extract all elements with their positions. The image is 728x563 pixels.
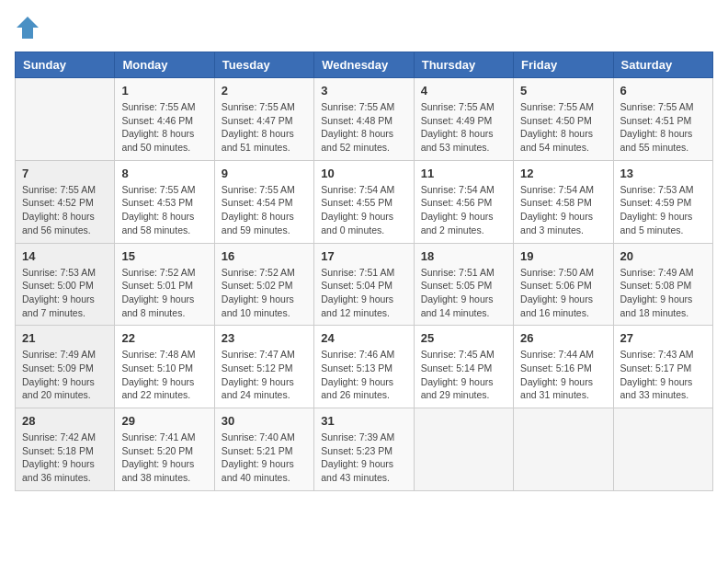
calendar-cell: 17Sunrise: 7:51 AM Sunset: 5:04 PM Dayli… <box>314 243 414 326</box>
day-info: Sunrise: 7:55 AM Sunset: 4:54 PM Dayligh… <box>222 183 307 237</box>
day-number: 12 <box>520 167 606 180</box>
header-monday: Monday <box>115 52 214 78</box>
day-info: Sunrise: 7:48 AM Sunset: 5:10 PM Dayligh… <box>121 348 207 402</box>
calendar-cell <box>414 408 513 491</box>
day-info: Sunrise: 7:52 AM Sunset: 5:02 PM Dayligh… <box>222 266 307 320</box>
day-number: 29 <box>121 414 207 428</box>
calendar-cell: 30Sunrise: 7:40 AM Sunset: 5:21 PM Dayli… <box>214 408 313 491</box>
day-number: 13 <box>620 167 706 180</box>
day-info: Sunrise: 7:52 AM Sunset: 5:01 PM Dayligh… <box>121 266 207 320</box>
day-info: Sunrise: 7:51 AM Sunset: 5:05 PM Dayligh… <box>421 266 506 320</box>
header-tuesday: Tuesday <box>214 52 313 78</box>
day-info: Sunrise: 7:41 AM Sunset: 5:20 PM Dayligh… <box>121 431 207 485</box>
calendar-cell: 6Sunrise: 7:55 AM Sunset: 4:51 PM Daylig… <box>613 78 712 161</box>
calendar-week-3: 14Sunrise: 7:53 AM Sunset: 5:00 PM Dayli… <box>16 243 713 326</box>
calendar-cell: 7Sunrise: 7:55 AM Sunset: 4:52 PM Daylig… <box>16 160 115 243</box>
day-number: 28 <box>22 414 108 428</box>
calendar-cell: 13Sunrise: 7:53 AM Sunset: 4:59 PM Dayli… <box>613 160 712 243</box>
calendar-cell: 15Sunrise: 7:52 AM Sunset: 5:01 PM Dayli… <box>115 243 214 326</box>
day-number: 18 <box>421 249 506 263</box>
calendar-cell: 25Sunrise: 7:45 AM Sunset: 5:14 PM Dayli… <box>414 326 513 408</box>
calendar-cell: 2Sunrise: 7:55 AM Sunset: 4:47 PM Daylig… <box>214 78 313 161</box>
day-number: 10 <box>321 167 406 180</box>
calendar-cell <box>514 408 613 491</box>
calendar-cell: 10Sunrise: 7:54 AM Sunset: 4:55 PM Dayli… <box>314 160 414 243</box>
logo-icon <box>15 15 40 40</box>
calendar-cell: 29Sunrise: 7:41 AM Sunset: 5:20 PM Dayli… <box>115 408 214 491</box>
day-number: 3 <box>321 84 406 98</box>
day-number: 30 <box>222 414 307 428</box>
page-header <box>15 15 713 40</box>
day-info: Sunrise: 7:55 AM Sunset: 4:46 PM Dayligh… <box>121 100 207 155</box>
calendar-cell: 28Sunrise: 7:42 AM Sunset: 5:18 PM Dayli… <box>16 408 115 491</box>
day-number: 17 <box>321 249 406 263</box>
day-number: 1 <box>121 84 207 98</box>
day-number: 27 <box>620 331 706 345</box>
day-number: 19 <box>520 249 606 263</box>
day-number: 20 <box>620 249 706 263</box>
calendar-cell: 23Sunrise: 7:47 AM Sunset: 5:12 PM Dayli… <box>214 326 313 408</box>
calendar-cell: 22Sunrise: 7:48 AM Sunset: 5:10 PM Dayli… <box>115 326 214 408</box>
day-number: 24 <box>321 331 406 345</box>
day-info: Sunrise: 7:55 AM Sunset: 4:49 PM Dayligh… <box>421 100 506 155</box>
day-number: 2 <box>222 84 307 98</box>
day-info: Sunrise: 7:49 AM Sunset: 5:08 PM Dayligh… <box>620 266 706 320</box>
day-info: Sunrise: 7:54 AM Sunset: 4:58 PM Dayligh… <box>520 183 606 237</box>
day-number: 31 <box>321 414 406 428</box>
calendar-week-1: 1Sunrise: 7:55 AM Sunset: 4:46 PM Daylig… <box>16 78 713 161</box>
day-info: Sunrise: 7:54 AM Sunset: 4:55 PM Dayligh… <box>321 183 406 237</box>
day-number: 7 <box>22 167 108 180</box>
calendar-cell: 16Sunrise: 7:52 AM Sunset: 5:02 PM Dayli… <box>214 243 313 326</box>
day-number: 9 <box>222 167 307 180</box>
svg-marker-0 <box>17 17 39 39</box>
day-info: Sunrise: 7:55 AM Sunset: 4:47 PM Dayligh… <box>222 100 307 155</box>
day-number: 22 <box>121 331 207 345</box>
header-friday: Friday <box>514 52 613 78</box>
calendar-cell: 1Sunrise: 7:55 AM Sunset: 4:46 PM Daylig… <box>115 78 214 161</box>
calendar-table: Sunday Monday Tuesday Wednesday Thursday… <box>15 52 713 491</box>
day-info: Sunrise: 7:39 AM Sunset: 5:23 PM Dayligh… <box>321 431 406 485</box>
calendar-cell: 24Sunrise: 7:46 AM Sunset: 5:13 PM Dayli… <box>314 326 414 408</box>
day-number: 8 <box>121 167 207 180</box>
calendar-cell: 12Sunrise: 7:54 AM Sunset: 4:58 PM Dayli… <box>514 160 613 243</box>
calendar-cell: 20Sunrise: 7:49 AM Sunset: 5:08 PM Dayli… <box>613 243 712 326</box>
calendar-cell: 3Sunrise: 7:55 AM Sunset: 4:48 PM Daylig… <box>314 78 414 161</box>
day-info: Sunrise: 7:55 AM Sunset: 4:51 PM Dayligh… <box>620 100 706 155</box>
day-number: 5 <box>520 84 606 98</box>
calendar-cell: 5Sunrise: 7:55 AM Sunset: 4:50 PM Daylig… <box>514 78 613 161</box>
day-info: Sunrise: 7:55 AM Sunset: 4:48 PM Dayligh… <box>321 100 406 155</box>
day-info: Sunrise: 7:42 AM Sunset: 5:18 PM Dayligh… <box>22 431 108 485</box>
day-info: Sunrise: 7:55 AM Sunset: 4:52 PM Dayligh… <box>22 183 108 237</box>
day-info: Sunrise: 7:47 AM Sunset: 5:12 PM Dayligh… <box>222 348 307 402</box>
day-info: Sunrise: 7:54 AM Sunset: 4:56 PM Dayligh… <box>421 183 506 237</box>
calendar-cell: 31Sunrise: 7:39 AM Sunset: 5:23 PM Dayli… <box>314 408 414 491</box>
calendar-cell: 14Sunrise: 7:53 AM Sunset: 5:00 PM Dayli… <box>16 243 115 326</box>
calendar-header: Sunday Monday Tuesday Wednesday Thursday… <box>16 52 713 78</box>
day-number: 15 <box>121 249 207 263</box>
day-info: Sunrise: 7:44 AM Sunset: 5:16 PM Dayligh… <box>520 348 606 402</box>
day-info: Sunrise: 7:53 AM Sunset: 4:59 PM Dayligh… <box>620 183 706 237</box>
calendar-cell: 21Sunrise: 7:49 AM Sunset: 5:09 PM Dayli… <box>16 326 115 408</box>
calendar-body: 1Sunrise: 7:55 AM Sunset: 4:46 PM Daylig… <box>16 78 713 491</box>
calendar-week-5: 28Sunrise: 7:42 AM Sunset: 5:18 PM Dayli… <box>16 408 713 491</box>
header-sunday: Sunday <box>16 52 115 78</box>
day-info: Sunrise: 7:55 AM Sunset: 4:53 PM Dayligh… <box>121 183 207 237</box>
day-number: 4 <box>421 84 506 98</box>
calendar-cell: 19Sunrise: 7:50 AM Sunset: 5:06 PM Dayli… <box>514 243 613 326</box>
calendar-week-2: 7Sunrise: 7:55 AM Sunset: 4:52 PM Daylig… <box>16 160 713 243</box>
day-info: Sunrise: 7:40 AM Sunset: 5:21 PM Dayligh… <box>222 431 307 485</box>
header-wednesday: Wednesday <box>314 52 414 78</box>
logo <box>15 15 46 40</box>
calendar-cell: 11Sunrise: 7:54 AM Sunset: 4:56 PM Dayli… <box>414 160 513 243</box>
calendar-cell: 18Sunrise: 7:51 AM Sunset: 5:05 PM Dayli… <box>414 243 513 326</box>
day-info: Sunrise: 7:53 AM Sunset: 5:00 PM Dayligh… <box>22 266 108 320</box>
day-number: 16 <box>222 249 307 263</box>
day-number: 21 <box>22 331 108 345</box>
calendar-cell: 26Sunrise: 7:44 AM Sunset: 5:16 PM Dayli… <box>514 326 613 408</box>
day-info: Sunrise: 7:51 AM Sunset: 5:04 PM Dayligh… <box>321 266 406 320</box>
day-number: 6 <box>620 84 706 98</box>
day-number: 23 <box>222 331 307 345</box>
day-number: 11 <box>421 167 506 180</box>
day-info: Sunrise: 7:49 AM Sunset: 5:09 PM Dayligh… <box>22 348 108 402</box>
calendar-cell: 8Sunrise: 7:55 AM Sunset: 4:53 PM Daylig… <box>115 160 214 243</box>
